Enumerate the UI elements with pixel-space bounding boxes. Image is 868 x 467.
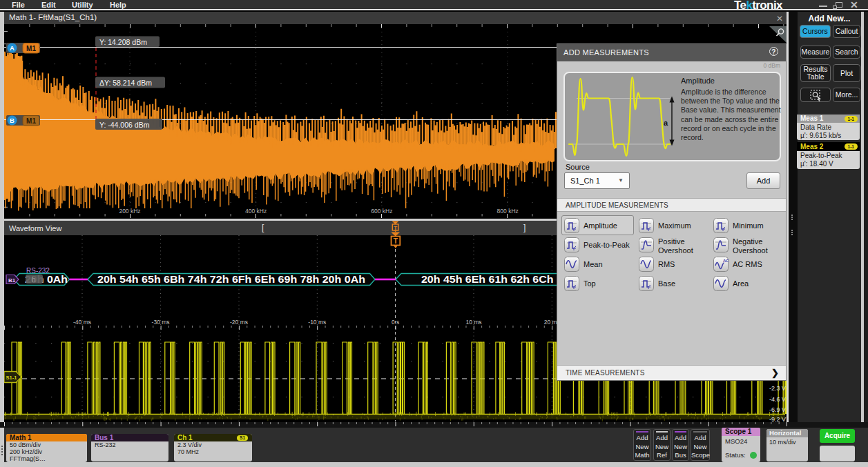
svg-text:-20 ms: -20 ms <box>230 319 248 326</box>
svg-text:M1: M1 <box>26 45 36 52</box>
svg-text:-40 ms: -40 ms <box>73 319 91 326</box>
svg-text:Y: 14.208 dBm: Y: 14.208 dBm <box>99 38 147 46</box>
svg-text:A: A <box>10 44 15 52</box>
svg-text:a: a <box>664 119 668 127</box>
svg-text:-30 ms: -30 ms <box>152 319 170 326</box>
svg-text:0 s: 0 s <box>392 319 399 326</box>
svg-text:S1-1: S1-1 <box>6 375 17 381</box>
svg-text:h: h <box>32 276 36 284</box>
svg-text:-9.2 V: -9.2 V <box>769 416 786 422</box>
svg-text:-10 ms: -10 ms <box>308 319 326 326</box>
svg-text:B: B <box>10 117 15 124</box>
svg-text:200 kHz: 200 kHz <box>119 208 140 215</box>
svg-text:400 kHz: 400 kHz <box>245 208 267 215</box>
svg-text:20h 54h 65h 6Bh 74h 72h 6Fh 6E: 20h 54h 65h 6Bh 74h 72h 6Fh 6Eh 69h 78h … <box>97 274 365 285</box>
svg-text:T: T <box>394 225 397 231</box>
svg-text:-2.3 V: -2.3 V <box>769 385 786 392</box>
svg-text:600 kHz: 600 kHz <box>371 208 392 215</box>
svg-text:T: T <box>394 237 398 245</box>
svg-text:800 kHz: 800 kHz <box>497 208 519 215</box>
svg-text:10 ms: 10 ms <box>465 319 481 326</box>
svg-text:-6.9 V: -6.9 V <box>769 406 786 413</box>
svg-text:M1: M1 <box>26 117 36 125</box>
svg-text:AC: AC <box>723 259 729 263</box>
svg-text:B1: B1 <box>8 277 16 284</box>
svg-text:-4.6 V: -4.6 V <box>769 396 786 403</box>
svg-text:Y: -44.006 dBm: Y: -44.006 dBm <box>99 121 150 129</box>
svg-text:ΔY: 58.214 dBm: ΔY: 58.214 dBm <box>99 79 152 87</box>
